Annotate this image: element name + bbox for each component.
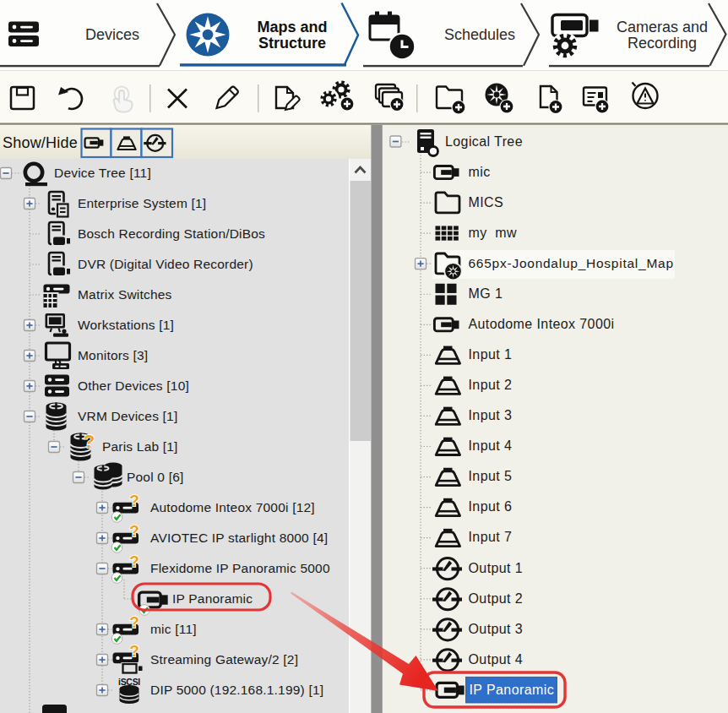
svg-text:Enterprise System [1]: Enterprise System [1] (78, 196, 206, 210)
svg-text:Logical Tree: Logical Tree (445, 134, 523, 149)
svg-text:mic [11]: mic [11] (150, 622, 197, 636)
svg-text:Output 3: Output 3 (469, 622, 524, 636)
svg-text:Structure: Structure (258, 35, 326, 52)
svg-text:IP Panoramic: IP Panoramic (470, 683, 555, 697)
svg-text:Output 1: Output 1 (469, 561, 524, 575)
svg-text:iSCSI: iSCSI (118, 677, 140, 687)
svg-text:Cameras and: Cameras and (617, 19, 708, 35)
svg-text:IP Panoramic: IP Panoramic (172, 591, 253, 606)
svg-text:Show/Hide: Show/Hide (3, 134, 78, 151)
svg-text:?: ? (129, 552, 139, 570)
svg-text:Streaming Gateway/2 [2]: Streaming Gateway/2 [2] (150, 652, 298, 667)
svg-text:?: ? (129, 642, 139, 660)
svg-text:DVR (Digital Video Recorder): DVR (Digital Video Recorder) (78, 257, 253, 271)
svg-text:?: ? (84, 431, 95, 452)
svg-text:VRM Devices [1]: VRM Devices [1] (78, 409, 177, 423)
svg-text:?: ? (129, 522, 139, 540)
svg-text:Input 4: Input 4 (469, 438, 513, 453)
svg-text:Bosch Recording Station/DiBos: Bosch Recording Station/DiBos (78, 226, 265, 241)
svg-text:Devices: Devices (85, 26, 139, 43)
svg-text:Output 4: Output 4 (469, 652, 524, 667)
svg-text:Schedules: Schedules (444, 26, 515, 43)
svg-text:Input 3: Input 3 (469, 408, 513, 422)
svg-text:Autodome Inteox 7000i [12]: Autodome Inteox 7000i [12] (150, 500, 315, 514)
svg-text:Pool 0 [6]: Pool 0 [6] (127, 470, 184, 484)
svg-text:Matrix Switches: Matrix Switches (78, 287, 172, 302)
svg-text:MG 1: MG 1 (469, 286, 503, 301)
svg-text:665px-Joondalup_Hospital_Map: 665px-Joondalup_Hospital_Map (469, 256, 674, 270)
svg-text:Input 5: Input 5 (469, 469, 513, 483)
svg-text:mic: mic (469, 165, 491, 179)
svg-text:Input 6: Input 6 (469, 499, 513, 514)
svg-text:Other Devices [10]: Other Devices [10] (78, 378, 189, 393)
svg-text:Input 1: Input 1 (469, 347, 513, 362)
svg-text:my mw: my mw (469, 226, 518, 240)
svg-text:Recording: Recording (627, 35, 697, 52)
svg-text:Flexidome IP Panoramic 5000: Flexidome IP Panoramic 5000 (150, 561, 330, 575)
svg-text:Device Tree [11]: Device Tree [11] (54, 166, 151, 180)
svg-text:AVIOTEC IP starlight 8000 [4]: AVIOTEC IP starlight 8000 [4] (150, 531, 328, 545)
svg-text:Autodome Inteox 7000i: Autodome Inteox 7000i (469, 317, 615, 331)
svg-text:DIP 5000 (192.168.1.199) [1]: DIP 5000 (192.168.1.199) [1] (150, 683, 323, 697)
svg-text:Input 7: Input 7 (469, 530, 513, 544)
svg-text:Paris Lab [1]: Paris Lab [1] (102, 439, 178, 454)
svg-text:Monitors [3]: Monitors [3] (78, 348, 148, 362)
svg-text:?: ? (129, 492, 139, 509)
svg-text:Output 2: Output 2 (469, 591, 524, 606)
svg-text:Input 2: Input 2 (469, 378, 513, 392)
svg-text:Workstations [1]: Workstations [1] (78, 318, 174, 332)
svg-text:Maps and: Maps and (257, 19, 327, 35)
svg-text:?: ? (129, 613, 139, 631)
svg-text:MICS: MICS (469, 195, 504, 210)
